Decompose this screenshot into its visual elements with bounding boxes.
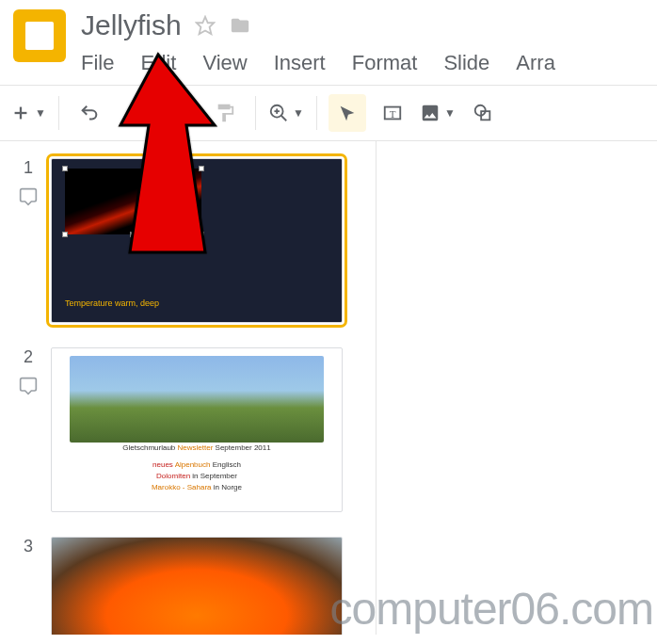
svg-text:T: T	[390, 108, 396, 120]
star-icon[interactable]	[195, 15, 216, 36]
slide-canvas[interactable]	[377, 141, 657, 635]
toolbar: ▼ ▼ T ▼	[0, 85, 657, 141]
paint-format-button[interactable]	[206, 94, 244, 132]
svg-line-4	[281, 116, 287, 121]
svg-marker-0	[197, 17, 214, 34]
zoom-button[interactable]: ▼	[267, 94, 305, 132]
slide2-text: Gletschmurlaub Newsletter September 2011…	[52, 443, 342, 493]
comment-icon[interactable]	[19, 377, 38, 400]
separator	[58, 96, 59, 130]
textbox-button[interactable]: T	[374, 94, 411, 132]
shape-button[interactable]	[464, 94, 502, 132]
menu-arrange[interactable]: Arra	[516, 51, 555, 75]
menu-view[interactable]: View	[202, 51, 247, 75]
doc-title[interactable]: Jellyfish	[81, 9, 182, 41]
redo-button[interactable]	[116, 94, 153, 132]
chevron-down-icon: ▼	[35, 106, 46, 120]
menu-edit[interactable]: Edit	[140, 51, 176, 75]
folder-icon[interactable]	[229, 15, 251, 36]
menu-slide[interactable]: Slide	[443, 51, 489, 75]
separator	[255, 96, 256, 130]
menu-file[interactable]: File	[81, 51, 114, 75]
select-tool-button[interactable]	[328, 94, 366, 132]
slide-thumbnail-2[interactable]: 2 Gletschmurlaub Newsletter September 20…	[15, 347, 376, 512]
print-button[interactable]	[161, 94, 199, 132]
image-button[interactable]: ▼	[419, 94, 457, 132]
chevron-down-icon: ▼	[444, 106, 456, 120]
comment-icon[interactable]	[19, 187, 38, 211]
new-slide-button[interactable]: ▼	[9, 94, 47, 132]
slide-panel: 1 Temperature warm, deep 2	[0, 141, 377, 635]
separator	[316, 96, 317, 130]
slide-thumbnail-1[interactable]: 1 Temperature warm, deep	[15, 158, 376, 323]
menu-format[interactable]: Format	[352, 51, 418, 75]
undo-button[interactable]	[71, 94, 108, 132]
watermark: computer06.com	[330, 583, 654, 635]
chevron-down-icon: ▼	[293, 106, 304, 120]
menu-insert[interactable]: Insert	[274, 51, 326, 75]
app-icon[interactable]	[13, 9, 66, 62]
slide-number: 2	[24, 347, 33, 367]
slide-number: 1	[24, 158, 33, 178]
slide-thumbnail-3[interactable]: 3	[15, 537, 376, 635]
menu-bar: File Edit View Insert Format Slide Arra	[81, 41, 644, 75]
slide1-caption: Temperature warm, deep	[65, 298, 206, 309]
slide-number: 3	[24, 537, 33, 556]
